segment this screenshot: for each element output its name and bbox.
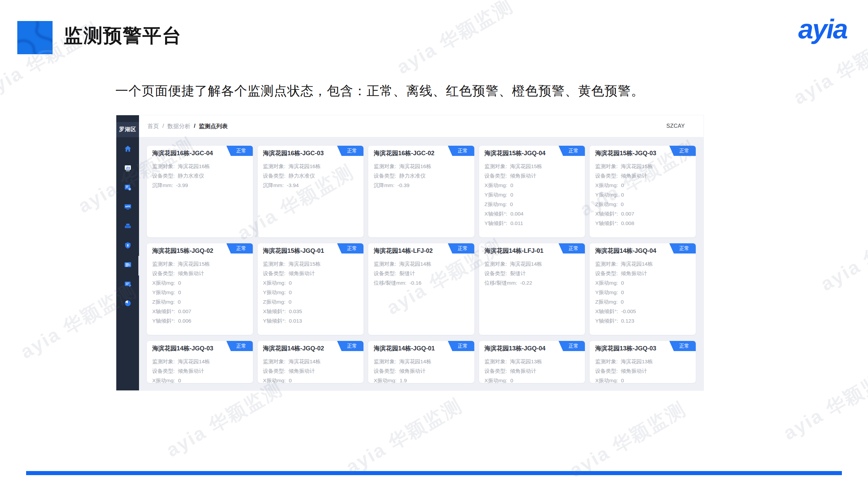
sidebar-item-monitor[interactable] bbox=[116, 198, 139, 217]
card-fields: 监测对象:海滨花园15栋设备类型:倾角振动计X振动mg:0Y振动mg:0Z振动m… bbox=[152, 259, 248, 326]
card-field: Z振动mg:0 bbox=[152, 297, 248, 307]
field-value: -3.99 bbox=[176, 181, 188, 190]
breadcrumb-current: 监测点列表 bbox=[199, 122, 228, 130]
field-value: 0 bbox=[178, 376, 181, 383]
card-field: 设备类型:倾角振动计 bbox=[485, 171, 580, 181]
field-label: Y振动mg: bbox=[595, 288, 618, 297]
field-value: 海滨花园14栋 bbox=[399, 357, 432, 366]
field-label: 设备类型: bbox=[152, 171, 175, 181]
home-icon bbox=[124, 145, 132, 154]
field-label: Y轴倾斜°: bbox=[152, 316, 175, 326]
monitor-card[interactable]: 正常 海滨花园15栋-JGQ-01 监测对象:海滨花园15栋设备类型:倾角振动计… bbox=[258, 243, 364, 335]
field-label: Y轴倾斜°: bbox=[485, 219, 507, 228]
field-value: 海滨花园14栋 bbox=[399, 259, 432, 269]
field-value: -0.39 bbox=[397, 181, 409, 190]
card-field: X振动mg:0 bbox=[595, 376, 690, 383]
field-value: -0.005 bbox=[621, 307, 636, 316]
field-value: 0 bbox=[621, 376, 624, 383]
card-field: 沉降mm:-3.99 bbox=[152, 181, 248, 190]
field-value: 倾角振动计 bbox=[178, 269, 204, 278]
card-field: 监测对象:海滨花园16栋 bbox=[152, 162, 248, 171]
watermark-text: ayia 华颖监测 bbox=[341, 393, 467, 480]
field-label: 设备类型: bbox=[595, 269, 617, 278]
field-label: Y振动mg: bbox=[485, 190, 507, 200]
field-label: 沉降mm: bbox=[263, 181, 284, 190]
report-form-icon bbox=[124, 261, 132, 270]
sidebar-item-security[interactable] bbox=[116, 236, 139, 256]
card-fields: 监测对象:海滨花园14栋设备类型:裂缝计位移/裂缝mm:-0.16 bbox=[374, 259, 469, 288]
card-field: X振动mg:0 bbox=[263, 376, 358, 383]
field-value: 0.004 bbox=[510, 209, 524, 219]
card-field: Y振动mg:0 bbox=[485, 190, 580, 200]
field-value: 0 bbox=[510, 200, 513, 209]
sidebar-item-reports[interactable] bbox=[116, 256, 139, 275]
monitor-card[interactable]: 正常 海滨花园16栋-JGC-02 监测对象:海滨花园16栋设备类型:静力水准仪… bbox=[368, 146, 474, 237]
monitor-card[interactable]: 正常 海滨花园14栋-JGQ-04 监测对象:海滨花园14栋设备类型:倾角振动计… bbox=[590, 243, 696, 335]
field-label: X振动mg: bbox=[263, 278, 286, 288]
sidebar-item-workorder[interactable] bbox=[116, 275, 139, 294]
card-field: 设备类型:裂缝计 bbox=[485, 269, 580, 278]
monitor-card[interactable]: 正常 海滨花园16栋-JGC-03 监测对象:海滨花园16栋设备类型:静力水准仪… bbox=[258, 146, 364, 237]
card-field: 设备类型:静力水准仪 bbox=[263, 171, 358, 181]
field-label: 监测对象: bbox=[152, 162, 175, 171]
breadcrumb-separator: / bbox=[162, 123, 164, 129]
field-value: 0 bbox=[621, 297, 624, 307]
monitor-card[interactable]: 正常 海滨花园15栋-JGQ-03 监测对象:海滨花园15栋设备类型:倾角振动计… bbox=[590, 146, 696, 237]
field-label: 设备类型: bbox=[374, 269, 396, 278]
field-value: -0.22 bbox=[520, 278, 532, 288]
card-field: 设备类型:倾角振动计 bbox=[374, 366, 469, 376]
field-value: 0 bbox=[510, 376, 513, 383]
field-value: 0 bbox=[289, 288, 292, 297]
card-field: 监测对象:海滨花园13栋 bbox=[485, 357, 580, 366]
field-value: 海滨花园16栋 bbox=[399, 162, 432, 171]
monitor-card[interactable]: 正常 海滨花园15栋-JGQ-04 监测对象:海滨花园15栋设备类型:倾角振动计… bbox=[479, 146, 585, 237]
field-label: 监测对象: bbox=[485, 162, 507, 171]
watermark-text: ayia 华颖监测 bbox=[392, 0, 518, 80]
field-label: 监测对象: bbox=[485, 357, 507, 366]
monitor-card[interactable]: 正常 海滨花园15栋-JGQ-02 监测对象:海滨花园15栋设备类型:倾角振动计… bbox=[147, 243, 253, 335]
card-field: Y轴倾斜°:0.008 bbox=[595, 219, 690, 228]
monitor-card[interactable]: 正常 海滨花园14栋-LFJ-02 监测对象:海滨花园14栋设备类型:裂缝计位移… bbox=[368, 243, 474, 335]
monitor-curve-icon bbox=[124, 203, 132, 212]
watermark-text: ayia 华颖监测 bbox=[816, 210, 868, 297]
status-badge: 正常 bbox=[226, 341, 253, 351]
field-value: 静力水准仪 bbox=[399, 171, 426, 181]
card-field: 设备类型:裂缝计 bbox=[374, 269, 469, 278]
monitor-card[interactable]: 正常 海滨花园13栋-JGQ-04 监测对象:海滨花园13栋设备类型:倾角振动计… bbox=[479, 341, 585, 383]
status-badge: 正常 bbox=[558, 146, 585, 156]
breadcrumb-data-analysis[interactable]: 数据分析 bbox=[167, 122, 191, 130]
monitor-card[interactable]: 正常 海滨花园16栋-JGC-04 监测对象:海滨花园16栋设备类型:静力水准仪… bbox=[147, 146, 253, 237]
monitor-card[interactable]: 正常 海滨花园14栋-LFJ-01 监测对象:海滨花园14栋设备类型:裂缝计位移… bbox=[479, 243, 585, 335]
sidebar-item-dashboard[interactable] bbox=[116, 159, 139, 178]
sidebar-item-projects[interactable] bbox=[116, 178, 139, 198]
card-field: 设备类型:倾角振动计 bbox=[595, 366, 690, 376]
field-value: 海滨花园16栋 bbox=[178, 162, 210, 171]
monitor-card[interactable]: 正常 海滨花园14栋-JGQ-03 监测对象:海滨花园14栋设备类型:倾角振动计… bbox=[147, 341, 253, 383]
monitor-card[interactable]: 正常 海滨花园14栋-JGQ-01 监测对象:海滨花园14栋设备类型:倾角振动计… bbox=[368, 341, 474, 383]
field-label: 监测对象: bbox=[263, 357, 285, 366]
field-value: 静力水准仪 bbox=[289, 171, 315, 181]
breadcrumb-home[interactable]: 首页 bbox=[147, 122, 159, 130]
card-fields: 监测对象:海滨花园13栋设备类型:倾角振动计X振动mg:0 bbox=[595, 357, 690, 383]
field-value: 0 bbox=[510, 181, 513, 190]
card-field: 位移/裂缝mm:-0.16 bbox=[374, 278, 469, 288]
field-value: 海滨花园14栋 bbox=[510, 259, 542, 269]
sidebar-item-devices[interactable] bbox=[116, 217, 139, 236]
field-value: 海滨花园15栋 bbox=[178, 259, 210, 269]
project-board-icon bbox=[124, 183, 132, 193]
sidebar-item-home[interactable] bbox=[116, 140, 139, 159]
sidebar-item-statistics[interactable] bbox=[116, 294, 139, 313]
monitor-card[interactable]: 正常 海滨花园14栋-JGQ-02 监测对象:海滨花园14栋设备类型:倾角振动计… bbox=[258, 341, 364, 383]
field-value: 0 bbox=[621, 278, 624, 288]
brand-logo-ayia: ayia bbox=[798, 14, 847, 45]
card-field: 监测对象:海滨花园15栋 bbox=[152, 259, 248, 269]
field-label: 设备类型: bbox=[485, 171, 507, 181]
field-label: 监测对象: bbox=[595, 259, 617, 269]
user-account-label[interactable]: SZCAY bbox=[666, 123, 685, 129]
status-badge: 正常 bbox=[448, 146, 474, 156]
field-label: X轴倾斜°: bbox=[485, 209, 507, 219]
card-field: 设备类型:倾角振动计 bbox=[152, 366, 248, 376]
field-label: 位移/裂缝mm: bbox=[485, 278, 517, 288]
monitor-card[interactable]: 正常 海滨花园13栋-JGQ-03 监测对象:海滨花园13栋设备类型:倾角振动计… bbox=[590, 341, 696, 383]
card-fields: 监测对象:海滨花园13栋设备类型:倾角振动计X振动mg:0 bbox=[485, 357, 580, 383]
